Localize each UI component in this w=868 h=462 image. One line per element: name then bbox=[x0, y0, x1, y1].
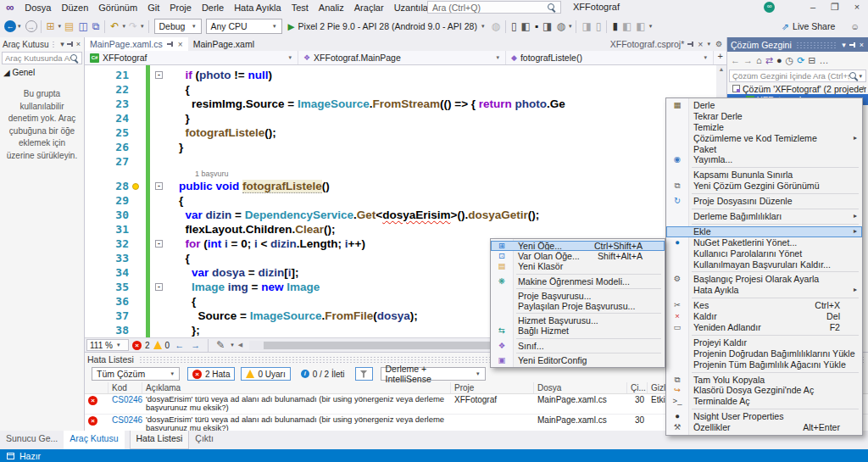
menu-item-ba-lang-projesi-olarak-ayarla[interactable]: ⚙Başlangıç Projesi Olarak Ayarla bbox=[666, 274, 862, 285]
tab-MainPage.xaml[interactable]: MainPage.xaml bbox=[188, 37, 259, 51]
code-line-31[interactable]: 31 flexLayout.Children.Clear(); bbox=[85, 222, 716, 237]
pin-icon[interactable] bbox=[67, 41, 74, 47]
errors-filter-button[interactable]: × 2 Hata bbox=[187, 367, 235, 381]
fold-icon[interactable]: - bbox=[155, 240, 163, 248]
menu-item-yeni-z-m-gezgini-g-r-n-m-[interactable]: ⧉Yeni Çözüm Gezgini Görünümü bbox=[666, 181, 862, 192]
navigate-back-icon[interactable]: ← bbox=[4, 20, 16, 32]
menubar-item-derle[interactable]: Derle bbox=[197, 2, 229, 14]
tab-MainPage.xaml.cs[interactable]: MainPage.xaml.cs× bbox=[85, 37, 188, 51]
menubar-item-hata ayıkla[interactable]: Hata Ayıkla bbox=[229, 2, 286, 14]
start-debug-button[interactable]: ▶ Pixel 2 Pie 9.0 - API 28 (Android 9.0 … bbox=[285, 21, 489, 31]
redo-icon[interactable]: ↷ bbox=[127, 18, 139, 35]
chevron-down-icon[interactable]: ▾ bbox=[59, 40, 65, 48]
clear-filter-button[interactable] bbox=[355, 367, 373, 381]
column-header-Açıklama[interactable]: Açıklama bbox=[142, 382, 451, 393]
menu-item-derleme-ba-ml-l-klar-[interactable]: Derleme Bağımlılıkları▸ bbox=[666, 211, 862, 222]
save-all-icon[interactable]: ⧉ bbox=[91, 18, 102, 35]
menubar-item-analiz[interactable]: Analiz bbox=[314, 2, 349, 14]
menu-item-hizmet-ba-vurusu-[interactable]: Hizmet Başvurusu... bbox=[491, 315, 665, 326]
account-avatar[interactable]: ∞ bbox=[764, 2, 775, 13]
tab-list-icon[interactable]: ▾ bbox=[706, 41, 711, 47]
nav-forward-icon[interactable]: → bbox=[743, 55, 753, 65]
menu-item-kullan-c-parolalar-n-y-net[interactable]: Kullanıcı Parolalarını Yönet bbox=[666, 248, 862, 259]
device-globe-icon[interactable]: ◍ bbox=[554, 18, 566, 35]
more-icon[interactable]: … bbox=[820, 55, 829, 65]
menu-item-yay-mla-[interactable]: ◉Yayımla... bbox=[666, 154, 862, 165]
scroll-up-icon[interactable]: ▲ bbox=[716, 65, 726, 74]
breadcrumb-1[interactable]: ❖XFFotograf.MainPage▾ bbox=[298, 51, 506, 64]
zoom-dropdown[interactable]: 111 %▾ bbox=[86, 339, 129, 351]
menu-item-nsight-user-properties[interactable]: ●Nsight User Properties bbox=[666, 411, 862, 422]
add-view-icon[interactable]: + bbox=[715, 51, 726, 64]
step-over-icon[interactable]: ◧ bbox=[634, 18, 647, 35]
tree-item--z-m-xffotograf-2-projeden-2[interactable]: Çözüm 'XFFotograf' (2 projeden 2 bbox=[727, 83, 868, 94]
chevron-down-icon[interactable]: ▾ bbox=[58, 23, 63, 30]
menubar-item-araçlar[interactable]: Araçlar bbox=[349, 2, 389, 14]
toolbox-section-genel[interactable]: ◢ Genel bbox=[0, 65, 84, 80]
codelens-references[interactable]: 1 başvuru bbox=[85, 169, 716, 179]
scroll-up-icon[interactable]: ▲ bbox=[860, 84, 866, 90]
menu-item-kapsam-bununla-s-n-rla[interactable]: Kapsamı Bununla Sınırla bbox=[666, 170, 862, 181]
scope-dropdown[interactable]: Tüm Çözüm▾ bbox=[92, 367, 180, 381]
code-line-22[interactable]: 22 { bbox=[85, 82, 716, 97]
device-manager-icon[interactable]: ▯ bbox=[594, 18, 604, 35]
menubar-item-görünüm[interactable]: Görünüm bbox=[93, 2, 142, 14]
code-line-27[interactable]: 27 bbox=[85, 154, 716, 169]
menu-item-temizle[interactable]: Temizle bbox=[666, 122, 862, 133]
code-line-30[interactable]: 30 var dizin = DependencyService.Get<dos… bbox=[85, 208, 716, 222]
breadcrumb-0[interactable]: C#XFFotograf▾ bbox=[85, 51, 298, 64]
chevron-down-icon[interactable]: ▾ bbox=[17, 23, 22, 30]
close-button[interactable]: × bbox=[846, 0, 868, 15]
hot-reload-icon[interactable]: ◍ bbox=[489, 18, 501, 35]
column-header-Kod[interactable]: Kod bbox=[108, 382, 142, 393]
refresh-icon[interactable]: ⟳ bbox=[797, 55, 804, 66]
navigate-forward-icon[interactable]: → bbox=[189, 340, 202, 350]
configuration-dropdown[interactable]: Debug▾ bbox=[154, 19, 202, 34]
device-dark-icon[interactable]: ▪ bbox=[533, 18, 540, 35]
chevron-down-icon[interactable]: ▾ bbox=[121, 23, 126, 30]
menu-item-terminalde-a-[interactable]: >_Terminalde Aç bbox=[666, 396, 862, 407]
code-line-25[interactable]: 25 fotografListele(); bbox=[85, 125, 716, 140]
scroll-left-icon[interactable]: ◀ bbox=[238, 342, 242, 348]
pin-icon[interactable] bbox=[849, 42, 856, 48]
bottom-tab--kt-[interactable]: Çıktı bbox=[189, 431, 220, 449]
history-icon[interactable]: ◷ bbox=[786, 55, 794, 66]
menubar-item-git[interactable]: Git bbox=[142, 2, 164, 14]
menubar-item-dosya[interactable]: Dosya bbox=[19, 2, 56, 14]
source-dropdown[interactable]: Derleme + IntelliSense▾ bbox=[381, 367, 486, 381]
menu-item-ekle[interactable]: Ekle▸ bbox=[666, 226, 862, 237]
pin-icon[interactable] bbox=[687, 41, 694, 47]
code-line-21[interactable]: 21- if (photo != null) bbox=[85, 68, 716, 82]
menu-item-yeni-editorconfig[interactable]: ▣Yeni EditorConfig bbox=[491, 355, 665, 365]
menu-item-nuget-paketlerini-y-net-[interactable]: ●NuGet Paketlerini Yönet... bbox=[666, 237, 862, 248]
home-icon[interactable]: ⌂ bbox=[756, 55, 762, 65]
menu-item-klas-r-dosya-gezgini-nde-a-[interactable]: ↪Klasörü Dosya Gezgini'nde Aç bbox=[666, 385, 862, 396]
error-count-icon[interactable]: × bbox=[132, 341, 142, 350]
menu-item-projeyi-kald-r[interactable]: Projeyi Kaldır bbox=[666, 337, 862, 348]
menu-item-var-olan-e-[interactable]: ⊡Var Olan Öğe...Shift+Alt+A bbox=[491, 251, 665, 261]
menu-item-yeni-klas-r[interactable]: ▤Yeni Klasör bbox=[491, 261, 665, 271]
menu-item-proje-dosyas-n-d-zenle[interactable]: ↻Proje Dosyasını Düzenle bbox=[666, 196, 862, 207]
bottom-tab-hata-listesi[interactable]: Hata Listesi bbox=[130, 431, 190, 449]
code-line-28[interactable]: 28- public void fotografListele() bbox=[85, 179, 716, 193]
column-header-Çi...[interactable]: Çi... bbox=[627, 382, 648, 393]
column-header-Dosya[interactable]: Dosya bbox=[534, 382, 627, 393]
code-line-24[interactable]: 24 } bbox=[85, 111, 716, 125]
menu-item-kes[interactable]: ✂KesCtrl+X bbox=[666, 300, 862, 311]
menubar-item-test[interactable]: Test bbox=[287, 2, 314, 14]
save-icon[interactable]: ◫ bbox=[76, 18, 89, 35]
menu-item-ba-l-hizmet[interactable]: ⇆Bağlı Hizmet bbox=[491, 326, 665, 336]
lightbulb-icon[interactable] bbox=[132, 183, 139, 190]
menu-item-tam-yolu-kopyala[interactable]: ⧉Tam Yolu Kopyala bbox=[666, 375, 862, 386]
bottom-tab-sunucu-ge-[interactable]: Sunucu Ge... bbox=[0, 431, 64, 449]
minimize-button[interactable]: – bbox=[802, 0, 824, 15]
menubar-item-proje[interactable]: Proje bbox=[164, 2, 197, 14]
collapse-icon[interactable]: ⊟ bbox=[808, 55, 815, 66]
toolbox-search-input[interactable]: Araç Kutusunda Ara bbox=[2, 52, 82, 64]
undo-icon[interactable]: ↶ bbox=[108, 18, 120, 35]
navigate-forward-icon[interactable]: → bbox=[25, 20, 37, 32]
device-tablet-icon[interactable]: ◨ bbox=[541, 18, 554, 35]
close-icon[interactable]: × bbox=[178, 40, 183, 49]
menu-item-yeni-e-[interactable]: ⊞Yeni Öğe...Ctrl+Shift+A bbox=[491, 241, 665, 251]
warning-count-icon[interactable] bbox=[153, 341, 162, 349]
